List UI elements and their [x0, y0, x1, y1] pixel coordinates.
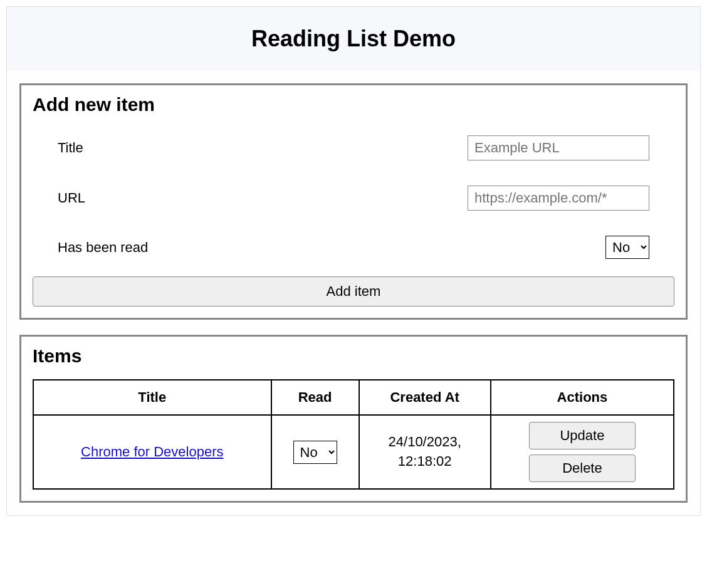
- created-at-time: 12:18:02: [398, 453, 452, 469]
- title-field-row: Title: [33, 128, 674, 168]
- item-created-at-cell: 24/10/2023, 12:18:02: [359, 415, 491, 489]
- url-input[interactable]: [468, 186, 649, 211]
- url-label: URL: [58, 190, 85, 206]
- item-read-select[interactable]: No Yes: [293, 441, 337, 464]
- table-header-row: Title Read Created At Actions: [33, 380, 674, 415]
- header: Reading List Demo: [7, 7, 700, 71]
- app-container: Reading List Demo Add new item Title URL…: [6, 6, 701, 516]
- column-header-title: Title: [33, 380, 271, 415]
- update-button[interactable]: Update: [529, 422, 636, 449]
- items-heading: Items: [33, 345, 674, 367]
- title-input[interactable]: [468, 135, 649, 160]
- column-header-created-at: Created At: [359, 380, 491, 415]
- add-item-panel: Add new item Title URL Has been read No …: [19, 83, 688, 320]
- item-title-cell: Chrome for Developers: [33, 415, 271, 489]
- add-item-heading: Add new item: [33, 94, 674, 115]
- column-header-read: Read: [271, 380, 359, 415]
- read-select[interactable]: No Yes: [605, 236, 649, 259]
- url-field-row: URL: [33, 178, 674, 218]
- created-at-date: 24/10/2023,: [389, 434, 461, 449]
- column-header-actions: Actions: [491, 380, 674, 415]
- add-item-button[interactable]: Add item: [33, 276, 674, 307]
- delete-button[interactable]: Delete: [529, 454, 636, 482]
- title-label: Title: [58, 140, 83, 156]
- item-read-cell: No Yes: [271, 415, 359, 489]
- table-row: Chrome for Developers No Yes 24/10/2023,…: [33, 415, 674, 489]
- items-table: Title Read Created At Actions Chrome for…: [33, 379, 674, 490]
- read-label: Has been read: [58, 239, 148, 256]
- read-field-row: Has been read No Yes: [33, 228, 674, 266]
- items-panel: Items Title Read Created At Actions Chro…: [19, 335, 688, 503]
- item-title-link[interactable]: Chrome for Developers: [81, 444, 223, 459]
- item-actions-cell: Update Delete: [491, 415, 674, 489]
- content-area: Add new item Title URL Has been read No …: [7, 71, 700, 515]
- page-title: Reading List Demo: [7, 26, 700, 52]
